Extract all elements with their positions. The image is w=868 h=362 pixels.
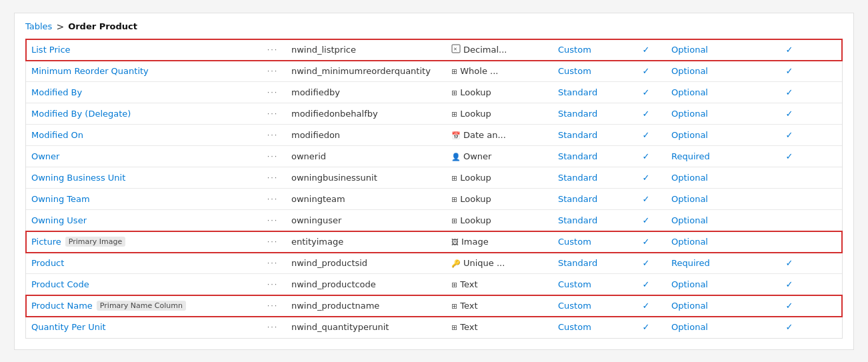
cell-source: Custom <box>553 321 626 333</box>
cell-source: Standard <box>553 86 626 99</box>
cell-check: ✓ <box>626 235 666 248</box>
req-check-icon: ✓ <box>786 109 793 119</box>
cell-type: ⊞Text <box>446 321 553 333</box>
cell-check: ✓ <box>626 65 666 77</box>
table-row[interactable]: Modified By···modifiedby⊞LookupStandard✓… <box>26 82 842 103</box>
cell-display-name[interactable]: Owner <box>26 150 259 163</box>
cell-source: Custom <box>553 65 626 77</box>
primary-badge: Primary Image <box>65 237 125 247</box>
cell-dots[interactable]: ··· <box>259 87 286 98</box>
cell-check: ✓ <box>626 150 666 163</box>
cell-dots[interactable]: ··· <box>259 193 286 205</box>
cell-req-check <box>773 240 806 243</box>
cell-logical-name: nwind_quantityperunit <box>286 321 446 333</box>
cell-display-name[interactable]: Product NamePrimary Name Column <box>26 299 259 312</box>
cell-display-name[interactable]: Modified By (Delegate) <box>26 107 259 120</box>
cell-source: Custom <box>553 299 626 312</box>
table-row[interactable]: List Price···nwind_listprice✕Decimal...C… <box>26 39 842 61</box>
table-row[interactable]: Modified On···modifiedon📅Date an...Stand… <box>26 125 842 146</box>
cell-dots[interactable]: ··· <box>259 215 286 226</box>
table-row[interactable]: Owner···ownerid👤OwnerStandard✓Required✓ <box>26 146 842 167</box>
cell-req-check: ✓ <box>773 107 806 120</box>
table-row[interactable]: Product NamePrimary Name Column···nwind_… <box>26 295 842 317</box>
cell-display-name[interactable]: PicturePrimary Image <box>26 235 259 248</box>
primary-badge: Primary Name Column <box>97 301 186 311</box>
cell-dots[interactable]: ··· <box>259 151 286 162</box>
table-row[interactable]: Modified By (Delegate)···modifiedonbehal… <box>26 103 842 125</box>
type-icon: ⊞ <box>451 301 457 311</box>
cell-source: Standard <box>553 129 626 141</box>
check-icon: ✓ <box>643 87 650 97</box>
cell-required: Optional <box>666 214 773 227</box>
cell-dots[interactable]: ··· <box>259 321 286 333</box>
req-check-icon: ✓ <box>786 130 793 140</box>
cell-display-name[interactable]: Product Code <box>26 278 259 291</box>
cell-dots[interactable]: ··· <box>259 172 286 183</box>
table-row[interactable]: Owning User···owninguser⊞LookupStandard✓… <box>26 210 842 231</box>
type-icon: ⊞ <box>451 279 457 289</box>
cell-source: Custom <box>553 278 626 291</box>
cell-required: Optional <box>666 129 773 141</box>
cell-required: Optional <box>666 235 773 248</box>
cell-source: Standard <box>553 257 626 269</box>
cell-req-check: ✓ <box>773 299 806 312</box>
cell-display-name[interactable]: Minimum Reorder Quantity <box>26 65 259 77</box>
cell-required: Optional <box>666 278 773 291</box>
table-row[interactable]: Product···nwind_productsid🔑Unique ...Sta… <box>26 253 842 274</box>
cell-logical-name: entityimage <box>286 235 446 248</box>
cell-required: Optional <box>666 193 773 205</box>
cell-display-name[interactable]: Owning Business Unit <box>26 171 259 184</box>
table-row[interactable]: PicturePrimary Image···entityimage🖼Image… <box>26 231 842 253</box>
cell-display-name[interactable]: List Price <box>26 43 259 56</box>
type-icon: ⊞ <box>451 194 457 204</box>
table-row[interactable]: Product Code···nwind_productcode⊞TextCus… <box>26 274 842 295</box>
cell-source: Standard <box>553 107 626 120</box>
cell-check: ✓ <box>626 86 666 99</box>
cell-display-name[interactable]: Quantity Per Unit <box>26 321 259 333</box>
cell-req-check: ✓ <box>773 150 806 163</box>
check-icon: ✓ <box>643 173 650 183</box>
cell-req-check: ✓ <box>773 129 806 141</box>
cell-logical-name: modifiedby <box>286 86 446 99</box>
cell-dots[interactable]: ··· <box>259 65 286 77</box>
cell-source: Standard <box>553 171 626 184</box>
cell-check: ✓ <box>626 321 666 333</box>
cell-check: ✓ <box>626 193 666 205</box>
cell-display-name[interactable]: Modified On <box>26 129 259 141</box>
cell-display-name[interactable]: Product <box>26 257 259 269</box>
cell-req-check: ✓ <box>773 257 806 269</box>
cell-source: Custom <box>553 43 626 56</box>
cell-dots[interactable]: ··· <box>259 108 286 119</box>
cell-type: ⊞Whole ... <box>446 65 553 77</box>
cell-check: ✓ <box>626 107 666 120</box>
cell-display-name[interactable]: Owning Team <box>26 193 259 205</box>
cell-display-name[interactable]: Modified By <box>26 86 259 99</box>
cell-dots[interactable]: ··· <box>259 129 286 141</box>
cell-dots[interactable]: ··· <box>259 236 286 247</box>
table-row[interactable]: Owning Business Unit···owningbusinessuni… <box>26 167 842 189</box>
cell-req-check: ✓ <box>773 43 806 56</box>
check-icon: ✓ <box>643 215 650 225</box>
cell-required: Required <box>666 257 773 269</box>
cell-required: Optional <box>666 299 773 312</box>
cell-type: 🖼Image <box>446 235 553 248</box>
table-row[interactable]: Minimum Reorder Quantity···nwind_minimum… <box>26 61 842 82</box>
cell-dots[interactable]: ··· <box>259 257 286 269</box>
cell-source: Standard <box>553 193 626 205</box>
cell-required: Optional <box>666 321 773 333</box>
cell-dots[interactable]: ··· <box>259 44 286 55</box>
table-row[interactable]: Owning Team···owningteam⊞LookupStandard✓… <box>26 189 842 210</box>
breadcrumb-tables[interactable]: Tables <box>25 21 52 31</box>
req-check-icon: ✓ <box>786 45 793 55</box>
table-row[interactable]: Quantity Per Unit···nwind_quantityperuni… <box>26 317 842 338</box>
req-check-icon: ✓ <box>786 301 793 311</box>
cell-dots[interactable]: ··· <box>259 279 286 290</box>
cell-required: Optional <box>666 171 773 184</box>
cell-display-name[interactable]: Owning User <box>26 214 259 227</box>
cell-source: Standard <box>553 214 626 227</box>
cell-dots[interactable]: ··· <box>259 300 286 311</box>
cell-type: ⊞Lookup <box>446 86 553 99</box>
cell-req-check: ✓ <box>773 321 806 333</box>
cell-type: ⊞Lookup <box>446 171 553 184</box>
req-check-icon: ✓ <box>786 279 793 289</box>
